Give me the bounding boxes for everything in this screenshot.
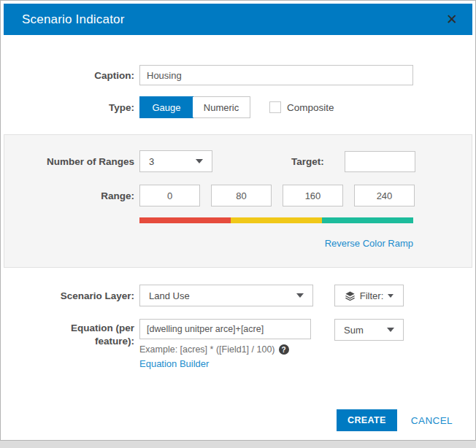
reverse-ramp-row: Reverse Color Ramp [139,236,413,250]
range-row: Range: [4,185,472,206]
chevron-down-icon [296,293,304,298]
target-input[interactable] [345,151,415,172]
chevron-down-icon [196,159,203,163]
equation-label-line2: feature): [95,336,134,347]
composite-checkbox[interactable] [269,101,281,113]
layers-icon [345,290,356,301]
number-of-ranges-label: Number of Ranges [4,156,134,167]
dialog-title: Scenario Indicator [22,12,125,27]
caption-input[interactable] [139,65,413,85]
number-of-ranges-row: Number of Ranges 3 Target: [4,150,472,172]
scenario-layer-value: Land Use [149,290,190,301]
equation-label-line1: Equation (per [71,323,134,333]
number-of-ranges-value: 3 [149,156,154,167]
dialog-header: Scenario Indicator ✕ [4,4,472,35]
range-inputs [139,185,415,206]
ramp-segment-green [322,217,413,223]
color-ramp [139,217,413,223]
scenario-layer-label: Scenario Layer: [1,290,134,301]
equation-builder-link[interactable]: Equation Builder [139,358,311,369]
aggregation-dropdown[interactable]: Sum [334,319,404,341]
equation-example-text: Example: [acres] * ([Field1] / 100) [139,344,275,355]
type-label: Type: [1,102,134,113]
equation-label: Equation (per feature): [1,319,134,347]
type-option-numeric[interactable]: Numeric [193,97,250,117]
equation-field-group: Example: [acres] * ([Field1] / 100) ? Eq… [139,319,311,369]
equation-example: Example: [acres] * ([Field1] / 100) ? [139,344,311,355]
chevron-down-icon [387,328,394,332]
filter-label: Filter: [360,290,384,301]
scenario-layer-row: Scenario Layer: Land Use Filter: [1,285,475,306]
caption-label: Caption: [1,70,134,81]
caption-row: Caption: [1,65,475,85]
range-label: Range: [4,190,134,201]
aggregation-value: Sum [344,325,364,336]
cancel-button[interactable]: CANCEL [411,415,453,426]
range-input-4[interactable] [354,185,415,206]
type-option-gauge[interactable]: Gauge [139,96,193,118]
target-label: Target: [291,156,324,167]
ramp-segment-red [139,217,231,223]
ranges-section: Number of Ranges 3 Target: Range: Revers [4,134,472,268]
number-of-ranges-dropdown[interactable]: 3 [139,150,212,172]
dialog-footer: CREATE CANCEL [337,409,453,431]
create-button[interactable]: CREATE [337,409,397,431]
close-icon[interactable]: ✕ [443,11,461,28]
reverse-color-ramp-link[interactable]: Reverse Color Ramp [325,238,413,249]
composite-label: Composite [287,102,334,113]
equation-row: Equation (per feature): Example: [acres]… [1,319,475,369]
equation-input[interactable] [139,319,311,339]
range-input-3[interactable] [283,185,343,206]
ramp-segment-yellow [231,217,322,223]
type-segmented-control: Gauge Numeric [139,96,250,118]
scenario-indicator-dialog: Scenario Indicator ✕ Caption: Type: Gaug… [0,0,476,441]
help-icon[interactable]: ? [279,344,289,355]
type-row: Type: Gauge Numeric Composite [1,96,475,118]
scenario-layer-dropdown[interactable]: Land Use [139,285,313,306]
range-input-2[interactable] [211,185,272,206]
chevron-down-icon [388,294,394,298]
range-input-1[interactable] [139,185,200,206]
filter-button[interactable]: Filter: [334,285,404,306]
